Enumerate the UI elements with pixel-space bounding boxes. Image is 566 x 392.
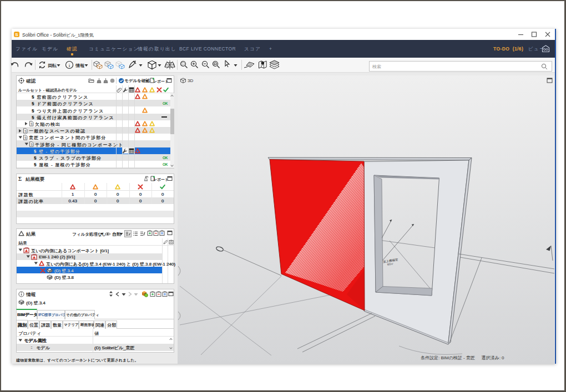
svg-text:選択済み: 0: 選択済み: 0 (481, 355, 504, 360)
svg-text:3D: 3D (188, 78, 193, 83)
svg-text:§: § (31, 123, 32, 126)
svg-text:条件設定: BIMの検証 - 意匠: 条件設定: BIMの検証 - 意匠 (421, 355, 475, 360)
svg-text:§: § (24, 129, 26, 133)
svg-text:§: § (31, 142, 32, 146)
svg-text:§: § (24, 136, 26, 139)
svg-text:i: i (69, 63, 70, 68)
svg-text:S: S (15, 32, 18, 37)
